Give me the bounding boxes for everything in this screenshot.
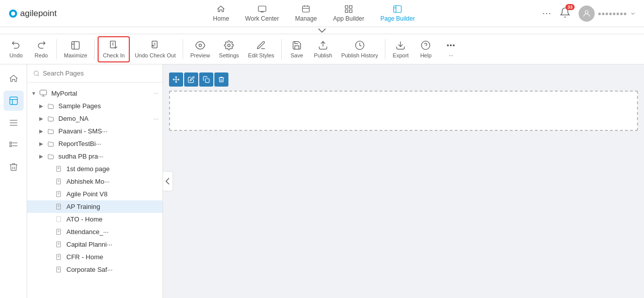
icon-sidebar (0, 64, 27, 298)
nav-appbuilder[interactable]: App Builder (326, 2, 371, 25)
notification-button[interactable]: 33 (557, 5, 573, 22)
sidebar-home-btn[interactable] (4, 68, 24, 89)
nav-home[interactable]: Home (206, 2, 236, 25)
nav-pagebuilder[interactable]: Page Builder (373, 2, 422, 25)
tree-item-samplepages[interactable]: ▶ Sample Pages (27, 100, 163, 112)
maximize-button[interactable]: Maximize (60, 37, 91, 61)
editstyles-button[interactable]: Edit Styles (244, 37, 278, 61)
svg-rect-62 (205, 79, 209, 83)
svg-point-32 (34, 71, 39, 76)
checkin-button[interactable]: Check In (98, 36, 129, 62)
svg-point-1 (11, 12, 15, 16)
canvas-delete-tool[interactable] (214, 72, 228, 87)
settings-button[interactable]: Settings (215, 37, 243, 61)
svg-text:agilepoint: agilepoint (20, 9, 57, 18)
tree-item-abhishekmo[interactable]: ▶ Abhishek Mo··· (27, 175, 163, 188)
logo: agilepoint (8, 6, 73, 22)
page-icon-blank (55, 216, 62, 223)
redo-button[interactable]: Redo (29, 37, 53, 61)
tree-item-capitalplanni[interactable]: ▶ Capital Planni··· (27, 238, 163, 251)
svg-rect-4 (302, 6, 309, 12)
sidebar-trash-btn[interactable] (4, 157, 24, 177)
svg-rect-49 (56, 216, 60, 222)
svg-line-33 (38, 74, 39, 76)
page-icon-6 (55, 241, 62, 248)
canvas-content[interactable] (169, 91, 638, 131)
svg-rect-24 (10, 97, 17, 105)
tree-item-agilepointv8[interactable]: ▶ Agile Point V8 (27, 188, 163, 200)
tree-item-myportal[interactable]: ▼ MyPortal ··· (27, 87, 163, 100)
export-button[interactable]: Export (388, 37, 413, 61)
canvas-wrapper (169, 91, 638, 131)
nav-items: Home Work Center Manage App Builder Page… (88, 2, 540, 25)
user-name: ●●●●●●●● (598, 10, 627, 17)
svg-rect-30 (10, 145, 11, 146)
user-avatar (579, 6, 595, 22)
panel-collapse-button[interactable] (163, 171, 173, 191)
tree-item-demona[interactable]: ▶ Demo_NA ··· (27, 112, 163, 125)
tree-item-corporatesaf[interactable]: ▶ Corporate Saf··· (27, 263, 163, 276)
help-button[interactable]: Help (414, 37, 438, 61)
publishhistory-button[interactable]: Publish History (337, 37, 382, 61)
page-icon-3 (55, 191, 62, 198)
folder-icon (47, 103, 54, 110)
nav-right: ··· 33 ●●●●●●●● (542, 5, 636, 22)
toolbar-divider-3 (183, 39, 183, 59)
svg-rect-11 (72, 41, 79, 49)
folder-icon-3 (47, 128, 54, 135)
page-panel: ▼ MyPortal ··· ▶ Sample Pages ▶ Demo_NA … (27, 64, 163, 298)
user-menu[interactable]: ●●●●●●●● (579, 6, 636, 22)
svg-rect-5 (345, 6, 348, 8)
save-button[interactable]: Save (285, 37, 309, 61)
svg-rect-8 (349, 10, 352, 13)
tree-item-sudhapb[interactable]: ▶ sudha PB pra··· (27, 150, 163, 163)
tree-item-atohome[interactable]: ▶ ATO - Home (27, 213, 163, 226)
folder-icon-5 (47, 153, 54, 160)
sidebar-list-btn[interactable] (4, 113, 24, 133)
svg-rect-28 (10, 142, 11, 143)
page-icon-4 (55, 203, 62, 210)
canvas-tools (169, 72, 228, 87)
canvas-area (163, 64, 644, 298)
folder-icon-2 (47, 115, 54, 122)
tree-item-cfrhome[interactable]: ▶ CFR - Home (27, 251, 163, 263)
tree-item-firstdemo[interactable]: ▶ 1st demo page (27, 163, 163, 175)
svg-point-15 (228, 44, 230, 46)
sidebar-pages-btn[interactable] (4, 91, 24, 111)
canvas-copy-tool[interactable] (199, 72, 213, 87)
tree-item-paavanisms[interactable]: ▶ Paavani - SMS··· (27, 125, 163, 137)
user-dropdown-icon (630, 11, 636, 17)
page-icon-7 (55, 254, 62, 261)
svg-rect-13 (152, 41, 157, 47)
more-nav-button[interactable]: ··· (542, 8, 551, 19)
tree-item-aptraining[interactable]: ▶ AP Training (27, 200, 163, 213)
publish-button[interactable]: Publish (310, 37, 336, 61)
canvas-move-tool[interactable] (169, 72, 183, 87)
page-icon-2 (55, 178, 62, 185)
preview-button[interactable]: Preview (186, 37, 214, 61)
svg-rect-34 (40, 90, 46, 95)
toolbar-divider-2 (94, 39, 95, 59)
search-bar (27, 64, 163, 83)
undo-button[interactable]: Undo (4, 37, 28, 61)
svg-point-22 (450, 44, 452, 46)
nav-manage[interactable]: Manage (288, 2, 324, 25)
nav-workcenter[interactable]: Work Center (238, 2, 286, 25)
svg-rect-7 (345, 10, 348, 13)
undocheckout-button[interactable]: Undo Check Out (131, 37, 180, 61)
toolbar-collapse-chevron[interactable] (0, 27, 644, 34)
svg-point-14 (199, 44, 201, 46)
canvas-edit-tool[interactable] (184, 72, 198, 87)
toolbar-divider-4 (281, 39, 282, 59)
svg-point-10 (585, 11, 588, 14)
toolbar-divider-5 (385, 39, 385, 59)
svg-rect-6 (349, 6, 352, 8)
search-input[interactable] (43, 69, 156, 77)
main-layout: ▼ MyPortal ··· ▶ Sample Pages ▶ Demo_NA … (0, 64, 644, 298)
svg-rect-3 (258, 6, 266, 12)
tree-item-reporttestbi[interactable]: ▶ ReportTestBi··· (27, 137, 163, 150)
tree-item-attendance[interactable]: ▶ Attendance_··· (27, 226, 163, 238)
sidebar-list2-btn[interactable] (4, 135, 24, 155)
more-toolbar-button[interactable]: ··· (439, 37, 463, 61)
toolbar-divider-1 (56, 39, 57, 59)
